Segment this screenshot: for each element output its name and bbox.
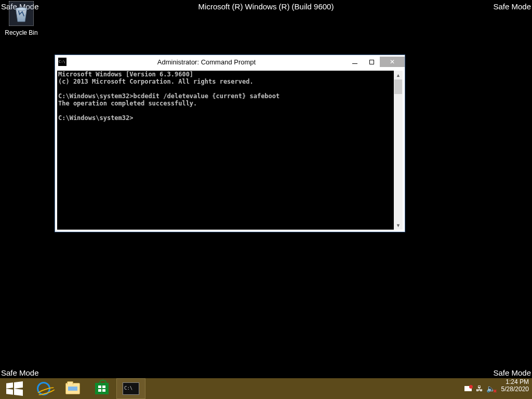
safe-mode-label-bottom-right: Safe Mode <box>493 368 531 377</box>
file-explorer-icon <box>65 383 80 394</box>
minimize-button[interactable] <box>347 57 363 67</box>
window-titlebar[interactable]: Administrator: Command Prompt <box>55 55 405 69</box>
vertical-scrollbar[interactable]: ▲ ▼ <box>394 71 403 230</box>
taskbar-spacer <box>145 378 461 399</box>
recycle-bin-desktop-icon[interactable]: Recycle Bin <box>3 1 39 36</box>
volume-muted-icon[interactable]: 🔈 <box>487 384 495 393</box>
safe-mode-label-top-right: Safe Mode <box>493 2 531 11</box>
system-tray[interactable]: 🖧 🔈 <box>461 378 498 399</box>
maximize-button[interactable] <box>363 57 380 67</box>
scrollbar-thumb[interactable] <box>394 79 402 94</box>
taskbar-internet-explorer[interactable] <box>29 378 58 399</box>
windows-store-icon <box>95 383 109 394</box>
taskbar-clock[interactable]: 1:24 PM 5/28/2020 <box>498 378 532 399</box>
network-icon[interactable]: 🖧 <box>475 384 484 393</box>
internet-explorer-icon <box>37 382 50 395</box>
command-prompt-output: Microsoft Windows [Version 6.3.9600] (c)… <box>57 71 394 230</box>
taskbar-store[interactable] <box>87 378 116 399</box>
windows-build-label: Microsoft (R) Windows (R) (Build 9600) <box>198 2 334 11</box>
command-prompt-app-icon <box>58 58 66 66</box>
command-prompt-body[interactable]: Microsoft Windows [Version 6.3.9600] (c)… <box>57 71 403 230</box>
window-title: Administrator: Command Prompt <box>66 58 347 66</box>
action-center-icon[interactable] <box>464 384 472 393</box>
windows-logo-icon <box>5 381 24 396</box>
command-prompt-window[interactable]: Administrator: Command Prompt Microsoft … <box>55 55 405 232</box>
clock-date: 5/28/2020 <box>501 385 529 393</box>
safe-mode-label-bottom-left: Safe Mode <box>1 368 39 377</box>
recycle-bin-label: Recycle Bin <box>3 29 39 36</box>
svg-point-0 <box>16 8 27 10</box>
recycle-bin-icon <box>10 3 32 24</box>
start-button[interactable] <box>0 378 29 399</box>
scrollbar-up-button[interactable]: ▲ <box>394 71 403 79</box>
taskbar-command-prompt[interactable] <box>116 378 145 399</box>
clock-time: 1:24 PM <box>501 378 529 385</box>
taskbar-file-explorer[interactable] <box>58 378 87 399</box>
scrollbar-down-button[interactable]: ▼ <box>394 221 403 230</box>
command-prompt-icon <box>123 382 139 395</box>
close-button[interactable] <box>380 57 405 67</box>
taskbar[interactable]: 🖧 🔈 1:24 PM 5/28/2020 <box>0 378 532 399</box>
